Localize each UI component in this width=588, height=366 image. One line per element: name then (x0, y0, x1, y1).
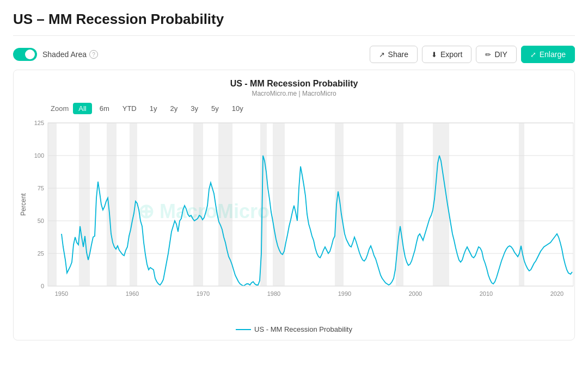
zoom-row: Zoom All 6m YTD 1y 2y 3y 5y 10y (51, 103, 570, 114)
svg-rect-5 (130, 123, 137, 286)
diy-button[interactable]: ✏ DIY (476, 46, 516, 63)
zoom-all[interactable]: All (73, 103, 91, 114)
svg-text:25: 25 (38, 250, 44, 257)
export-button[interactable]: ⬇ Export (422, 46, 471, 63)
svg-text:50: 50 (38, 218, 44, 224)
shaded-area-label: Shaded Area ? (42, 50, 98, 59)
legend-label: US - MM Recession Probability (254, 325, 352, 333)
share-button[interactable]: ↗ Share (370, 46, 418, 63)
export-icon: ⬇ (431, 51, 437, 59)
svg-text:Percent: Percent (20, 193, 27, 216)
left-controls: Shaded Area ? (13, 48, 98, 61)
svg-text:2010: 2010 (480, 290, 493, 297)
shaded-area-toggle[interactable] (13, 48, 37, 61)
right-controls: ↗ Share ⬇ Export ✏ DIY ⤢ Enlarge (370, 46, 575, 63)
chart-subtitle: MacroMicro.me | MacroMicro (18, 90, 570, 97)
zoom-1y[interactable]: 1y (144, 103, 163, 114)
svg-text:0: 0 (41, 283, 44, 289)
svg-rect-13 (519, 123, 524, 286)
help-icon[interactable]: ? (89, 50, 98, 59)
svg-text:125: 125 (34, 120, 44, 126)
svg-rect-1 (48, 123, 573, 286)
svg-rect-11 (396, 123, 403, 286)
legend-line-icon (236, 329, 251, 330)
zoom-3y[interactable]: 3y (185, 103, 204, 114)
share-icon: ↗ (379, 51, 385, 59)
zoom-label: Zoom (51, 104, 69, 113)
page-title: US – MM Recession Probability (13, 11, 575, 36)
svg-text:1980: 1980 (267, 290, 280, 297)
zoom-2y[interactable]: 2y (164, 103, 183, 114)
chart-title: US - MM Recession Probability (18, 79, 570, 89)
chart-legend: US - MM Recession Probability (18, 325, 570, 333)
chart-area: ⊕ MacroMicro 0 25 50 75 100 125 Percent … (18, 117, 570, 321)
svg-rect-3 (79, 123, 90, 286)
zoom-ytd[interactable]: YTD (117, 103, 142, 114)
chart-title-block: US - MM Recession Probability MacroMicro… (18, 79, 570, 97)
svg-rect-2 (48, 123, 57, 286)
enlarge-icon: ⤢ (530, 51, 536, 59)
diy-icon: ✏ (485, 51, 491, 59)
svg-text:1970: 1970 (197, 290, 210, 297)
svg-rect-9 (273, 123, 285, 286)
zoom-6m[interactable]: 6m (94, 103, 115, 114)
controls-row: Shaded Area ? ↗ Share ⬇ Export ✏ DIY ⤢ E… (13, 46, 575, 63)
toggle-thumb (25, 49, 35, 59)
zoom-5y[interactable]: 5y (206, 103, 224, 114)
toggle-track (13, 48, 37, 61)
svg-text:2000: 2000 (409, 290, 422, 297)
zoom-10y[interactable]: 10y (226, 103, 249, 114)
svg-text:1990: 1990 (338, 290, 351, 297)
svg-text:⊕ MacroMicro: ⊕ MacroMicro (138, 200, 270, 222)
enlarge-button[interactable]: ⤢ Enlarge (521, 46, 575, 63)
svg-text:1950: 1950 (55, 290, 68, 297)
svg-text:100: 100 (34, 152, 44, 159)
svg-text:1960: 1960 (126, 290, 139, 297)
svg-rect-12 (433, 123, 449, 286)
svg-text:75: 75 (38, 185, 44, 191)
chart-svg: ⊕ MacroMicro 0 25 50 75 100 125 Percent … (18, 117, 580, 319)
chart-wrapper: US - MM Recession Probability MacroMicro… (13, 70, 575, 340)
svg-text:2020: 2020 (550, 290, 564, 297)
